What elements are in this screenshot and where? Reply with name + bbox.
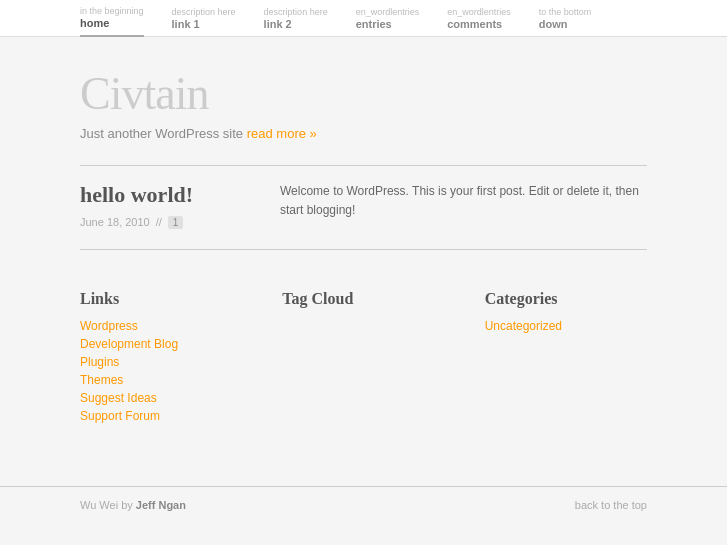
link-wordpress[interactable]: Wordpress	[80, 319, 138, 333]
widget-categories: Categories Uncategorized	[485, 290, 647, 426]
nav-desc-home: in the beginning	[80, 6, 144, 17]
nav-item-down[interactable]: to the bottom down	[539, 7, 592, 36]
footer-left-text: Wu Wei by	[80, 499, 133, 511]
widget-links: Links Wordpress Development Blog Plugins…	[80, 290, 242, 426]
widgets-row: Links Wordpress Development Blog Plugins…	[80, 280, 647, 426]
site-title: Civtain	[80, 67, 647, 120]
footer-author-link[interactable]: Jeff Ngan	[136, 499, 186, 511]
nav-item-entries[interactable]: en_wordlentries entries	[356, 7, 420, 36]
link-plugins[interactable]: Plugins	[80, 355, 119, 369]
post-left: hello world! June 18, 2010 // 1	[80, 182, 240, 229]
footer-right: back to the top	[575, 499, 647, 511]
nav-label-home: home	[80, 17, 109, 29]
links-widget-title: Links	[80, 290, 242, 308]
divider-bottom	[80, 249, 647, 250]
list-item: Wordpress	[80, 318, 242, 334]
nav-label-entries: entries	[356, 18, 392, 30]
page-wrapper: in the beginning home description here l…	[0, 0, 727, 545]
nav-label-comments: comments	[447, 18, 502, 30]
comment-count-badge[interactable]: 1	[168, 216, 184, 229]
tagline-text: Just another WordPress site	[80, 126, 243, 141]
nav-label-down: down	[539, 18, 568, 30]
categories-widget-title: Categories	[485, 290, 647, 308]
post-date: June 18, 2010	[80, 216, 150, 228]
nav-label-link2: link 2	[264, 18, 292, 30]
nav-desc-down: to the bottom	[539, 7, 592, 18]
link-themes[interactable]: Themes	[80, 373, 123, 387]
main-content: Civtain Just another WordPress site read…	[0, 37, 727, 446]
footer: Wu Wei by Jeff Ngan back to the top	[0, 486, 727, 523]
nav-desc-link1: description here	[172, 7, 236, 18]
nav-desc-entries: en_wordlentries	[356, 7, 420, 18]
nav-item-link1[interactable]: description here link 1	[172, 7, 236, 36]
read-more-link[interactable]: read more »	[247, 126, 317, 141]
divider-top	[80, 165, 647, 166]
nav-item-home[interactable]: in the beginning home	[80, 6, 144, 37]
site-tagline: Just another WordPress site read more »	[80, 126, 647, 141]
links-list: Wordpress Development Blog Plugins Theme…	[80, 318, 242, 424]
footer-credit: Wu Wei by Jeff Ngan	[80, 499, 186, 511]
link-suggest-ideas[interactable]: Suggest Ideas	[80, 391, 157, 405]
widget-tagcloud: Tag Cloud	[282, 290, 444, 426]
tagcloud-widget-title: Tag Cloud	[282, 290, 444, 308]
nav-item-comments[interactable]: en_wordlentries comments	[447, 7, 511, 36]
post-separator: //	[156, 216, 162, 228]
category-uncategorized[interactable]: Uncategorized	[485, 319, 562, 333]
list-item: Plugins	[80, 354, 242, 370]
list-item: Development Blog	[80, 336, 242, 352]
list-item: Themes	[80, 372, 242, 388]
nav-desc-link2: description here	[264, 7, 328, 18]
navigation: in the beginning home description here l…	[0, 0, 727, 37]
post-excerpt: Welcome to WordPress. This is your first…	[280, 182, 647, 220]
link-support-forum[interactable]: Support Forum	[80, 409, 160, 423]
list-item: Support Forum	[80, 408, 242, 424]
nav-label-link1: link 1	[172, 18, 200, 30]
post-right: Welcome to WordPress. This is your first…	[280, 182, 647, 229]
post-meta: June 18, 2010 // 1	[80, 216, 240, 229]
link-devblog[interactable]: Development Blog	[80, 337, 178, 351]
post-title: hello world!	[80, 182, 240, 208]
back-to-top-link[interactable]: back to the top	[575, 499, 647, 511]
list-item: Suggest Ideas	[80, 390, 242, 406]
post-section: hello world! June 18, 2010 // 1 Welcome …	[80, 182, 647, 229]
nav-desc-comments: en_wordlentries	[447, 7, 511, 18]
nav-item-link2[interactable]: description here link 2	[264, 7, 328, 36]
